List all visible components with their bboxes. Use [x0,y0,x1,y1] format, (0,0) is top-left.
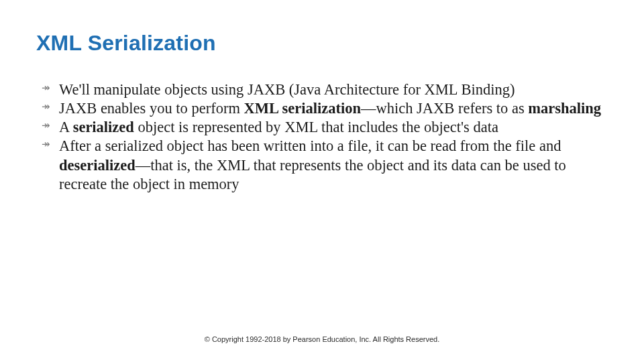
bullet-text: XML serialization [244,100,361,117]
bullet-list: We'll manipulate objects using JAXB (Jav… [40,80,610,194]
slide-title: XML Serialization [36,31,216,56]
bullet-text: A [59,119,73,135]
bullet-text: serialized [73,119,134,135]
bullet-text: —which JAXB refers to as [361,100,528,117]
bullet-text: marshaling [528,100,601,117]
slide-body: We'll manipulate objects using JAXB (Jav… [40,80,610,194]
bullet-item: A serialized object is represented by XM… [40,118,610,137]
copyright-footer: © Copyright 1992-2018 by Pearson Educati… [0,335,644,343]
bullet-item: We'll manipulate objects using JAXB (Jav… [40,80,610,99]
bullet-text: —that is, the XML that represents the ob… [59,157,566,192]
bullet-item: After a serialized object has been writt… [40,137,610,193]
bullet-text: object is represented by XML that includ… [134,119,498,135]
bullet-text: deserialized [59,157,136,174]
bullet-text: After a serialized object has been writt… [59,137,561,154]
bullet-text: We'll manipulate objects using JAXB (Jav… [59,81,515,98]
bullet-item: JAXB enables you to perform XML serializ… [40,99,610,118]
slide: XML Serialization We'll manipulate objec… [0,0,644,362]
bullet-text: JAXB enables you to perform [59,100,244,117]
